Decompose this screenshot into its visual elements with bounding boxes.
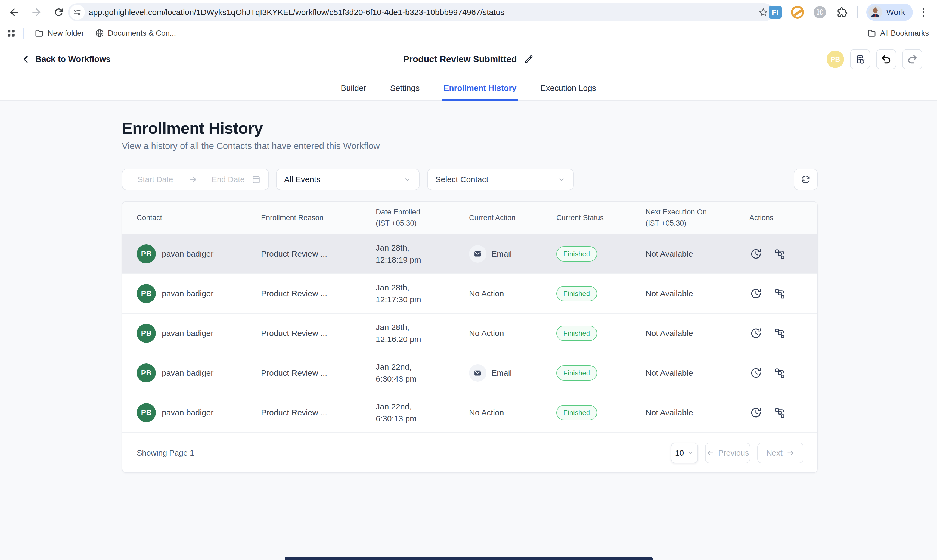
browser-forward-button[interactable] bbox=[28, 4, 45, 20]
dock-peek-bar bbox=[285, 557, 652, 560]
browser-reload-button[interactable] bbox=[51, 4, 67, 20]
tab-builder[interactable]: Builder bbox=[339, 76, 368, 100]
next-page-button[interactable]: Next bbox=[757, 443, 803, 463]
user-avatar[interactable]: PB bbox=[826, 51, 844, 68]
refresh-button[interactable] bbox=[794, 169, 818, 190]
browser-back-button[interactable] bbox=[6, 4, 22, 20]
flow-icon bbox=[774, 407, 786, 418]
apps-grid-icon bbox=[6, 29, 16, 38]
tab-settings[interactable]: Settings bbox=[389, 76, 421, 100]
previous-page-button[interactable]: Previous bbox=[705, 443, 750, 463]
url-text: app.gohighlevel.com/location/1DWyks1qOhJ… bbox=[89, 8, 759, 17]
next-execution: Not Available bbox=[646, 289, 749, 298]
table-header-row: Contact Enrollment Reason Date Enrolled(… bbox=[122, 202, 817, 234]
history-button[interactable] bbox=[749, 287, 762, 300]
extension-command-icon[interactable]: ⌘ bbox=[813, 5, 827, 19]
workflow-flow-button[interactable] bbox=[773, 248, 786, 260]
browser-extensions-area: FI ⌘ Work bbox=[768, 0, 937, 25]
history-button[interactable] bbox=[749, 406, 762, 419]
date-enrolled: Jan 28th,12:17:30 pm bbox=[376, 282, 469, 306]
folder-icon bbox=[867, 29, 876, 38]
next-execution: Not Available bbox=[646, 329, 749, 338]
browser-menu-button[interactable] bbox=[921, 8, 926, 17]
folder-icon bbox=[35, 29, 44, 38]
browser-profile-chip[interactable]: Work bbox=[866, 3, 913, 21]
tab-enrollment-history[interactable]: Enrollment History bbox=[442, 76, 518, 100]
chevron-left-icon bbox=[21, 54, 31, 64]
extensions-puzzle-icon[interactable] bbox=[835, 5, 849, 19]
date-range-picker[interactable]: Start Date End Date bbox=[122, 169, 269, 190]
current-status: Finished bbox=[556, 246, 646, 262]
column-next-execution: Next Execution On(IST +05:30) bbox=[646, 208, 749, 228]
bookmarks-bar: New folder Documents & Con... All Bookma… bbox=[0, 25, 937, 42]
current-action: No Action bbox=[469, 408, 556, 417]
enrollment-reason: Product Review ... bbox=[261, 329, 376, 338]
history-button[interactable] bbox=[749, 366, 762, 380]
end-date-input[interactable]: End Date bbox=[212, 175, 245, 184]
events-filter-select[interactable]: All Events bbox=[276, 169, 420, 190]
back-to-workflows-button[interactable]: Back to Workflows bbox=[21, 54, 111, 64]
page-size-select[interactable]: 10 bbox=[671, 443, 698, 463]
pagination-bar: Showing Page 1 10 Previous Next bbox=[122, 433, 817, 473]
clock-history-icon bbox=[750, 407, 762, 418]
workflow-flow-button[interactable] bbox=[773, 406, 786, 419]
workflow-flow-button[interactable] bbox=[773, 327, 786, 340]
table-row[interactable]: PBpavan badiger Product Review ... Jan 2… bbox=[122, 314, 817, 354]
table-row[interactable]: PBpavan badiger Product Review ... Jan 2… bbox=[122, 393, 817, 433]
date-enrolled: Jan 22nd,6:30:43 pm bbox=[376, 361, 469, 385]
globe-icon bbox=[95, 29, 104, 38]
workflow-flow-button[interactable] bbox=[773, 366, 786, 380]
history-button[interactable] bbox=[749, 248, 762, 260]
column-current-status: Current Status bbox=[556, 214, 646, 222]
chevron-down-icon bbox=[688, 450, 694, 456]
table-row[interactable]: PBpavan badiger Product Review ... Jan 2… bbox=[122, 234, 817, 274]
flow-icon bbox=[774, 288, 786, 299]
start-date-input[interactable]: Start Date bbox=[138, 175, 173, 184]
extension-fi-icon[interactable]: FI bbox=[768, 5, 782, 19]
reload-icon bbox=[53, 6, 65, 18]
redo-button[interactable] bbox=[902, 49, 922, 69]
contact-filter-select[interactable]: Select Contact bbox=[427, 169, 574, 190]
all-bookmarks-button[interactable]: All Bookmarks bbox=[867, 29, 929, 38]
contact-avatar: PB bbox=[137, 403, 156, 422]
site-settings-icon[interactable] bbox=[69, 5, 85, 20]
contact-avatar: PB bbox=[137, 363, 156, 383]
profile-name: Work bbox=[886, 8, 905, 17]
apps-shortcut[interactable] bbox=[6, 29, 16, 38]
current-action: No Action bbox=[469, 329, 556, 338]
tab-execution-logs[interactable]: Execution Logs bbox=[539, 76, 598, 100]
email-icon bbox=[469, 245, 486, 263]
workflow-tabs: Builder Settings Enrollment History Exec… bbox=[0, 76, 937, 101]
enrollment-report-button[interactable] bbox=[850, 49, 870, 69]
bookmark-star-icon[interactable] bbox=[759, 7, 768, 17]
url-bar[interactable]: app.gohighlevel.com/location/1DWyks1qOhJ… bbox=[68, 3, 774, 21]
history-button[interactable] bbox=[749, 327, 762, 340]
profile-avatar bbox=[868, 5, 882, 19]
column-date-enrolled: Date Enrolled(IST +05:30) bbox=[376, 208, 469, 228]
table-row[interactable]: PBpavan badiger Product Review ... Jan 2… bbox=[122, 274, 817, 314]
flow-icon bbox=[774, 367, 786, 379]
undo-button[interactable] bbox=[876, 49, 896, 69]
bookmark-documents[interactable]: Documents & Con... bbox=[95, 29, 176, 38]
column-actions: Actions bbox=[749, 214, 817, 222]
arrow-right-icon bbox=[188, 175, 198, 184]
workflow-flow-button[interactable] bbox=[773, 287, 786, 300]
all-bookmarks-divider bbox=[858, 28, 859, 38]
enrollment-reason: Product Review ... bbox=[261, 408, 376, 417]
current-action: Email bbox=[469, 364, 556, 382]
back-arrow-icon bbox=[8, 6, 20, 18]
column-contact: Contact bbox=[137, 214, 261, 222]
bookmark-new-folder[interactable]: New folder bbox=[35, 29, 84, 38]
current-status: Finished bbox=[556, 365, 646, 381]
enrollment-reason: Product Review ... bbox=[261, 368, 376, 378]
enrollment-reason: Product Review ... bbox=[261, 249, 376, 258]
edit-pencil-icon[interactable] bbox=[523, 54, 534, 65]
contact-name: pavan badiger bbox=[162, 249, 214, 258]
status-badge: Finished bbox=[556, 286, 597, 301]
extension-orange-icon[interactable] bbox=[791, 5, 805, 19]
table-row[interactable]: PBpavan badiger Product Review ... Jan 2… bbox=[122, 354, 817, 393]
clock-history-icon bbox=[750, 328, 762, 339]
contact-name: pavan badiger bbox=[162, 368, 214, 378]
flow-icon bbox=[774, 328, 786, 339]
clock-history-icon bbox=[750, 367, 762, 379]
